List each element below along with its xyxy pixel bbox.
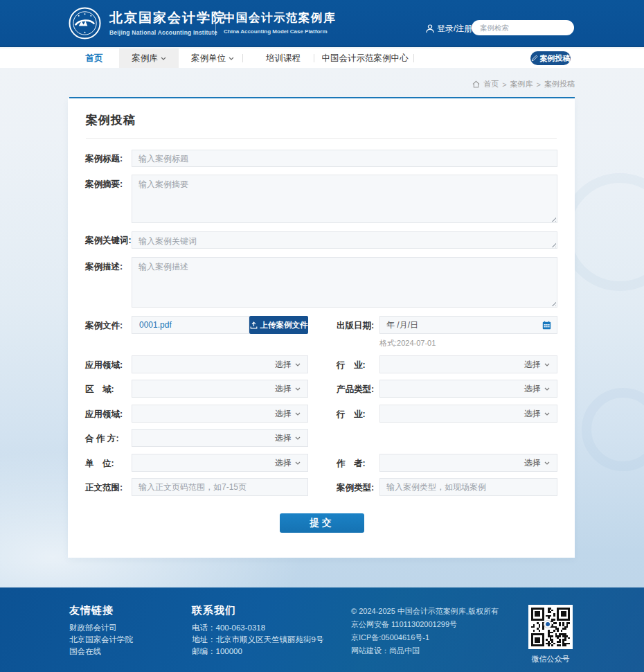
application-field-select[interactable]: 选择 [132,355,308,373]
region-select[interactable]: 选择 [132,380,308,398]
select-value: 选择 [275,359,292,371]
institute-name: 北京国家会计学院 [109,9,226,27]
calendar-icon[interactable] [542,321,551,330]
partner-label: 合 作 方: [85,433,119,445]
date-format-hint: 格式:2024-07-01 [379,338,436,348]
breadcrumb-separator: > [502,80,506,89]
unit-select[interactable]: 选择 [132,454,308,472]
nav-item-training[interactable]: 培训课程 [253,48,313,68]
login-register-link[interactable]: 登录/注册 [426,23,472,35]
footer-link-bnai[interactable]: 北京国家会计学院 [69,635,133,645]
case-title-label: 案例标题: [85,153,123,165]
footer-link-online[interactable]: 国会在线 [69,646,101,657]
page-title: 案例投稿 [86,112,136,128]
text-range-label: 正文范围: [85,482,123,494]
chevron-down-icon [544,363,550,366]
nav-item-case-center[interactable]: 中国会计示范案例中心 [320,48,410,68]
contact-title: 联系我们 [192,604,236,617]
copyright-text: © 2024-2025 中国会计示范案例库,版权所有 [351,606,499,617]
application-field2-select[interactable]: 选择 [132,405,308,423]
nav-case-library-label: 案例库 [132,53,158,64]
case-file-value: 0001.pdf [139,320,172,330]
text-range-field-box [132,478,308,496]
address-value: 北京市顺义区天竺镇丽苑街9号 [216,635,324,644]
nav-item-case-library[interactable]: 案例库 [119,48,179,68]
site-builder: 网站建设：尚品中国 [351,646,420,656]
select-value: 选择 [524,408,541,420]
text-range-input[interactable] [132,479,307,495]
industry2-select[interactable]: 选择 [379,405,557,423]
publish-date-field-box [379,316,557,334]
description-label: 案例描述: [85,261,123,273]
icp-record[interactable]: 京ICP备:05004616号-1 [351,633,429,643]
case-file-label: 案例文件: [85,320,123,332]
institute-title-block: 北京国家会计学院 Beijing National Accounting Ins… [109,9,226,36]
abstract-field-box [132,175,557,223]
abstract-textarea[interactable] [132,175,557,222]
qr-center-logo [544,620,552,628]
partner-select[interactable]: 选择 [132,429,308,447]
qr-card [528,605,573,649]
nav-case-center-label: 中国会计示范案例中心 [322,53,409,64]
title-divider [86,138,557,139]
nav-training-label: 培训课程 [266,53,301,64]
product-type-select[interactable]: 选择 [379,380,557,398]
search-input[interactable] [480,24,573,32]
select-value: 选择 [524,457,541,469]
publish-date-input[interactable] [380,317,542,333]
keywords-label: 案例关键词: [85,235,132,247]
breadcrumb-separator: > [537,80,541,89]
industry-select[interactable]: 选择 [379,355,557,373]
case-submission-card: 案例投稿 案例标题: 案例摘要: 案例关键词: 案例描述: 案例文件: 0001… [68,98,575,558]
product-type-label: 产品类型: [337,384,374,396]
select-value: 选择 [275,408,292,420]
chevron-down-icon [295,436,301,440]
login-register-label: 登录/注册 [437,23,472,35]
site-name: 中国会计示范案例库 [224,10,336,26]
footer-link-mof[interactable]: 财政部会计司 [69,623,117,633]
main-nav: 首页 案例库 案例单位 培训课程 中国会计示范案例中心 案例投稿 [0,48,644,68]
breadcrumb: 首页 > 案例库 > 案例投稿 [69,79,575,89]
footer: 友情链接 财政部会计司 北京国家会计学院 国会在线 联系我们 电话：400-06… [0,587,644,672]
abstract-label: 案例摘要: [85,179,123,191]
nav-separator [242,54,243,62]
select-value: 选择 [275,383,292,395]
upload-icon [250,321,258,329]
site-title-block: 中国会计示范案例库 China Accounting Model Case Pl… [224,10,336,35]
nav-item-home[interactable]: 首页 [75,48,114,68]
breadcrumb-library[interactable]: 案例库 [510,79,533,89]
case-title-field-box [132,150,557,167]
decorative-circle [582,388,644,471]
author-select[interactable]: 选择 [379,454,557,472]
industry2-label: 行 业: [337,409,366,421]
select-value: 选择 [524,383,541,395]
region-label: 区 域: [85,384,114,396]
breadcrumb-home[interactable]: 首页 [483,79,499,89]
case-title-input[interactable] [132,150,557,166]
institute-name-en: Beijing National Accounting Institute [109,29,226,36]
zip-label: 邮编： [192,647,216,655]
submit-button[interactable]: 提交 [280,513,364,533]
contact-address: 地址：北京市顺义区天竺镇丽苑街9号 [192,635,323,645]
friend-links-title: 友情链接 [69,604,114,617]
select-value: 选择 [524,359,541,371]
chevron-down-icon [295,363,301,366]
site-name-en: China Accounting Model Case Platform [224,28,336,35]
description-textarea[interactable] [132,258,557,307]
builder-value[interactable]: 尚品中国 [389,646,420,655]
upload-file-button[interactable]: 上传案例文件 [249,316,308,334]
industry-label: 行 业: [337,360,366,371]
case-type-label: 案例类型: [337,482,374,494]
select-value: 选择 [275,457,292,469]
keywords-textarea[interactable] [132,232,557,248]
chevron-down-icon [295,412,301,416]
chevron-down-icon [295,461,301,465]
nav-separator [413,54,414,62]
nav-item-case-units[interactable]: 案例单位 [183,48,242,68]
user-icon [426,24,434,33]
chevron-down-icon [161,57,166,60]
case-type-input[interactable] [380,479,557,495]
case-submit-nav-button[interactable]: 案例投稿 [530,51,571,65]
police-record[interactable]: 京公网安备 11011302001299号 [351,619,457,630]
case-type-field-box [379,478,557,496]
